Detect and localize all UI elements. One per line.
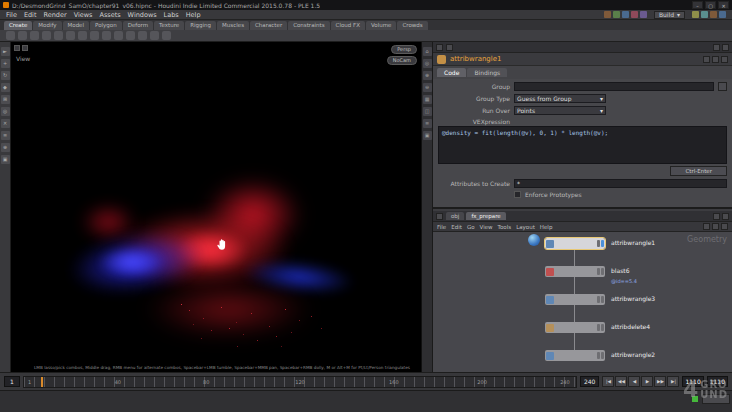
go-to-start-button[interactable]: |◀ [602,376,614,387]
net-menu-layout[interactable]: Layout [516,224,535,230]
menu-tool-icon[interactable]: ≡ [1,131,10,140]
bypass-flag[interactable] [597,352,600,359]
shelf-tool-icon[interactable] [30,31,39,40]
shelf-tool-icon[interactable] [42,31,51,40]
step-back-button[interactable]: ◀ [628,376,640,387]
node-attribdelete4[interactable]: attribdelete4 [545,322,605,333]
bypass-flag[interactable] [597,324,600,331]
node-attribwrangle3[interactable]: attribwrangle3 [545,294,605,305]
tool-icon[interactable] [692,11,699,18]
shelf-tab-deform[interactable]: Deform [123,21,153,30]
tool-icon[interactable] [701,11,708,18]
network-tab-obj[interactable]: obj [446,212,464,220]
group-input[interactable] [514,82,714,91]
menu-render[interactable]: Render [43,11,66,19]
bypass-flag[interactable] [597,268,600,275]
node-attribwrangle2[interactable]: attribwrangle2 [545,350,605,361]
shelf-tool-icon[interactable] [90,31,99,40]
shelf-tool-icon[interactable] [138,31,147,40]
net-menu-go[interactable]: Go [467,224,475,230]
menu-labs[interactable]: Labs [164,11,179,19]
display-flag[interactable] [601,268,604,275]
pane-maximize-icon[interactable] [713,44,720,51]
snap-tool-icon[interactable]: ◎ [1,107,10,116]
add-tool-icon[interactable]: ⊕ [1,143,10,152]
net-snap-icon[interactable] [712,223,719,230]
tab-code[interactable]: Code [437,68,466,77]
scale-tool-icon[interactable]: ◆ [1,83,10,92]
timeline-ruler[interactable]: 1 40 80 120 160 200 240 [23,376,577,388]
shelf-tab-volume[interactable]: Volume [366,21,396,30]
pane-menu-icon[interactable] [722,44,729,51]
run-over-dropdown[interactable]: Points ▾ [514,106,606,115]
tool-icon[interactable] [622,11,629,18]
no-cam-button[interactable]: NoCam [387,56,417,65]
shelf-tool-icon[interactable] [150,31,159,40]
attributes-to-create-input[interactable]: * [514,179,727,188]
shelf-tab-rigging[interactable]: Rigging [185,21,216,30]
shelf-tab-polygon[interactable]: Polygon [90,21,122,30]
net-menu-edit[interactable]: Edit [451,224,462,230]
menu-assets[interactable]: Assets [99,11,120,19]
scene-viewport[interactable]: View Persp NoCam LMB lasso/pick combos, … [11,42,432,372]
shelf-tool-icon[interactable] [102,31,111,40]
menu-windows[interactable]: Windows [128,11,157,19]
persp-view-button[interactable]: Persp [391,45,417,54]
grid-tool-icon[interactable]: ▣ [1,155,10,164]
snapshot-icon[interactable]: ▣ [423,131,432,140]
maximize-button[interactable]: ▢ [705,1,716,9]
menu-edit[interactable]: Edit [24,11,37,19]
end-frame-field[interactable]: 240 [580,376,599,387]
pane-tab-icon[interactable] [436,213,443,220]
handles-tool-icon[interactable]: ⊞ [1,95,10,104]
shelf-tool-icon[interactable] [18,31,27,40]
net-menu-help[interactable]: Help [540,224,553,230]
net-filter-icon[interactable] [703,223,710,230]
shade-mode-icon[interactable]: ◫ [423,107,432,116]
shelf-tab-texture[interactable]: Texture [154,21,184,30]
bypass-flag[interactable] [597,296,600,303]
display-options-icon[interactable]: ≡ [423,119,432,128]
node-name-field[interactable]: attribwrangle1 [450,55,502,63]
net-grid-icon[interactable] [721,223,728,230]
shelf-tool-icon[interactable] [162,31,171,40]
display-flag[interactable] [601,324,604,331]
group-type-dropdown[interactable]: Guess from Group ▾ [514,94,606,103]
close-button[interactable]: ✕ [718,1,729,9]
shelf-tool-icon[interactable] [114,31,123,40]
lock-icon[interactable] [703,56,710,63]
shelf-tab-crowds[interactable]: Crowds [397,21,427,30]
go-to-end-button[interactable]: ▶| [667,376,679,387]
viewport-menu-icon[interactable] [14,45,20,51]
tool-icon[interactable] [640,11,647,18]
play-reverse-button[interactable]: ◀◀ [615,376,627,387]
play-button[interactable]: ▶▶ [654,376,666,387]
grid-toggle-icon[interactable]: ▦ [423,95,432,104]
home-view-icon[interactable]: ⌂ [423,47,432,56]
shelf-tab-modify[interactable]: Modify [33,21,61,30]
display-flag[interactable] [601,296,604,303]
display-flag[interactable] [601,240,604,247]
help-icon[interactable] [721,56,728,63]
group-select-icon[interactable] [718,82,727,91]
step-forward-button[interactable]: ▶ [641,376,653,387]
net-menu-tools[interactable]: Tools [498,224,512,230]
shelf-tool-icon[interactable] [126,31,135,40]
frame-view-icon[interactable]: ◎ [423,59,432,68]
network-canvas[interactable]: Geometry attribwrangle1 blast6 @id==5.4 … [433,232,732,372]
vexpression-editor[interactable]: @density = fit(length(@v), 0, 1) * lengt… [438,126,727,164]
playhead[interactable] [41,377,43,387]
viewport-layout-icon[interactable] [22,45,28,51]
shelf-tab-model[interactable]: Model [63,21,90,30]
zoom-out-icon[interactable]: ⊖ [423,83,432,92]
select-tool-icon[interactable]: ► [1,47,10,56]
vex-accept-button[interactable]: Ctrl-Enter [670,166,727,176]
shelf-tool-icon[interactable] [54,31,63,40]
tool-icon[interactable] [710,11,717,18]
rotate-tool-icon[interactable]: ↻ [1,71,10,80]
shelf-tool-icon[interactable] [6,31,15,40]
tool-icon[interactable] [604,11,611,18]
shelf-tool-icon[interactable] [66,31,75,40]
display-flag[interactable] [601,352,604,359]
net-menu-view[interactable]: View [480,224,493,230]
